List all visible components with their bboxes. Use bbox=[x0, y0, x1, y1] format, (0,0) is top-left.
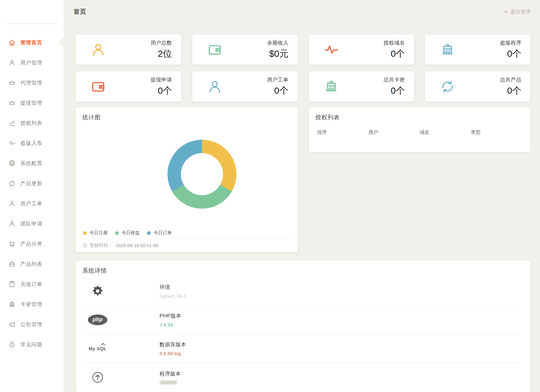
stat-card-user-tickets: 用户工单 0个 bbox=[192, 71, 298, 102]
sidebar-divider bbox=[5, 23, 58, 24]
sidebar-item-product-list[interactable]: 产品列表 bbox=[0, 254, 64, 274]
sidebar: 管理首页 用户管理 代理管理 提现管理 授权列表 盗版入库 系统配置 bbox=[0, 0, 64, 392]
stat-cards: 用户总数 2位 余额收入 $0元 授权域名 0个 盗版程序 0个 bbox=[76, 34, 531, 102]
legend-item-revenue[interactable]: 今日收益 bbox=[115, 230, 140, 236]
system-detail-rows: 环境 nginx/1.26.3 php PHP版本 7.4.33 bbox=[76, 277, 531, 391]
system-row-database-version: My SQL 数据库版本 5.6.50-log bbox=[85, 334, 521, 363]
stat-label: 授权域名 bbox=[383, 39, 405, 46]
system-row-program-version: 程序版本 bbox=[85, 363, 521, 391]
update-time-label: 更新时间： bbox=[90, 243, 113, 248]
legend-dot bbox=[147, 231, 151, 235]
sidebar-item-product-update[interactable]: 产品更新 bbox=[0, 173, 64, 193]
stat-card-total-users: 用户总数 2位 bbox=[76, 34, 181, 65]
clock-icon bbox=[82, 243, 88, 248]
megaphone-icon bbox=[8, 321, 16, 328]
legend-item-registrations[interactable]: 今日注册 bbox=[83, 230, 108, 236]
pulse-icon bbox=[8, 139, 16, 147]
statistics-panel: 统计图 今日注册 今日收益 bbox=[76, 107, 298, 252]
stat-value: $0元 bbox=[267, 48, 289, 60]
refresh-icon bbox=[8, 180, 16, 187]
system-details-title: 系统详情 bbox=[76, 261, 531, 275]
system-row-value: 7.4.33 bbox=[160, 322, 181, 327]
content: 用户总数 2位 余额收入 $0元 授权域名 0个 盗版程序 0个 bbox=[64, 34, 540, 392]
wallet-icon bbox=[207, 42, 223, 58]
system-row-value: 5.6.50-log bbox=[160, 351, 186, 356]
stat-card-total-card-keys: 总共卡密 0个 bbox=[309, 71, 414, 102]
sidebar-item-piracy[interactable]: 盗版入库 bbox=[0, 133, 64, 153]
legend-item-orders[interactable]: 今日订单 bbox=[147, 230, 172, 236]
system-details-panel: 系统详情 环境 nginx/1.26.3 php PHP版本 7.4.33 bbox=[76, 261, 531, 392]
sidebar-item-tickets[interactable]: 用户工单 bbox=[0, 193, 64, 214]
brush-icon bbox=[440, 42, 455, 58]
stat-value: 0个 bbox=[500, 48, 521, 60]
sidebar-item-card-keys[interactable]: 卡密管理 bbox=[0, 294, 64, 314]
logout-label: 退出登录 bbox=[510, 8, 531, 15]
toolbox-icon bbox=[8, 260, 16, 268]
legend-dot bbox=[115, 231, 119, 235]
arrow-up-circle-icon bbox=[85, 370, 110, 384]
sidebar-item-announcements[interactable]: 公告管理 bbox=[0, 314, 64, 334]
stat-label: 用户工单 bbox=[267, 76, 289, 83]
mysql-logo: My SQL bbox=[85, 346, 110, 351]
stat-value: 0个 bbox=[383, 85, 405, 97]
sidebar-item-withdrawals[interactable]: 提现管理 bbox=[0, 93, 64, 113]
stat-card-balance-income: 余额收入 $0元 bbox=[192, 34, 298, 65]
crown-icon bbox=[8, 79, 16, 87]
sidebar-item-team-requests[interactable]: 团队申请 bbox=[0, 214, 64, 234]
stat-label: 余额收入 bbox=[267, 39, 289, 46]
system-row-label: PHP版本 bbox=[160, 312, 181, 319]
user-icon bbox=[8, 220, 16, 228]
sidebar-item-recharge-orders[interactable]: 充值订单 bbox=[0, 274, 64, 294]
cart-icon bbox=[8, 240, 16, 248]
chart-divider bbox=[79, 239, 295, 239]
stat-value: 0个 bbox=[500, 85, 521, 97]
donut-chart bbox=[167, 140, 236, 209]
program-version-redacted bbox=[160, 380, 177, 384]
page-title: 首页 bbox=[74, 8, 86, 16]
system-row-value: nginx/1.26.3 bbox=[160, 293, 185, 299]
gear-icon bbox=[8, 160, 16, 167]
user-icon bbox=[8, 59, 16, 67]
legend-dot bbox=[83, 231, 87, 235]
sidebar-item-users[interactable]: 用户管理 bbox=[0, 52, 64, 73]
license-list-title: 授权列表 bbox=[309, 107, 531, 121]
update-time-row: 更新时间： 2025-08-16 02:41:40 bbox=[82, 243, 158, 248]
wallet-icon bbox=[90, 79, 106, 95]
clipboard-icon bbox=[8, 280, 16, 288]
brush-icon bbox=[323, 79, 339, 95]
pulse-icon bbox=[323, 42, 339, 58]
license-table-header: 排序 用户 域名 类型 bbox=[309, 129, 531, 136]
main-area: 首页 退出登录 用户总数 2位 余额收入 $0元 bbox=[64, 0, 540, 392]
chart-legend: 今日注册 今日收益 今日订单 bbox=[83, 230, 172, 236]
php-logo: php bbox=[85, 315, 110, 325]
page-header: 首页 退出登录 bbox=[64, 0, 540, 23]
system-row-label: 程序版本 bbox=[160, 370, 181, 377]
user-icon bbox=[207, 79, 223, 95]
stat-label: 用户总数 bbox=[151, 39, 172, 46]
sidebar-item-dashboard[interactable]: 管理首页 bbox=[0, 32, 64, 52]
stat-label: 提现申请 bbox=[151, 76, 172, 83]
middle-section: 统计图 今日注册 今日收益 bbox=[76, 107, 531, 252]
sidebar-item-product-categories[interactable]: 产品分类 bbox=[0, 234, 64, 254]
crown-icon bbox=[8, 99, 16, 107]
sidebar-item-licenses[interactable]: 授权列表 bbox=[0, 113, 64, 133]
logout-button[interactable]: 退出登录 bbox=[502, 8, 531, 15]
stat-label: 盗版程序 bbox=[500, 39, 521, 46]
trend-chart-icon bbox=[8, 119, 16, 127]
sidebar-item-agents[interactable]: 代理管理 bbox=[0, 73, 64, 93]
column-header-domain: 域名 bbox=[419, 129, 471, 136]
stat-label: 总共卡密 bbox=[383, 76, 405, 83]
user-icon bbox=[8, 200, 16, 207]
active-item-pointer bbox=[59, 36, 64, 49]
column-header-sort: 排序 bbox=[317, 129, 369, 136]
stat-value: 0个 bbox=[267, 85, 289, 97]
sidebar-item-settings[interactable]: 系统配置 bbox=[0, 153, 64, 173]
stat-card-withdraw-requests: 提现申请 0个 bbox=[76, 71, 181, 102]
sidebar-item-faq[interactable]: 常见问题 bbox=[0, 334, 64, 354]
system-row-environment: 环境 nginx/1.26.3 bbox=[85, 277, 521, 305]
brush-icon bbox=[8, 300, 16, 308]
column-header-type: 类型 bbox=[471, 129, 522, 136]
stat-card-total-products: 总共产品 0个 bbox=[425, 71, 531, 102]
gear-solid-icon bbox=[85, 284, 110, 298]
stat-card-pirated-programs: 盗版程序 0个 bbox=[425, 34, 531, 65]
